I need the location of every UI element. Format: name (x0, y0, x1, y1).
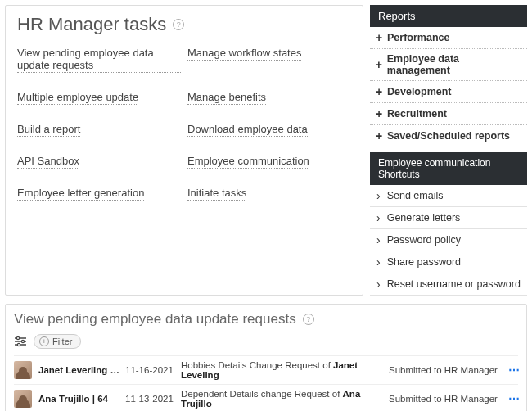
report-label: Performance (387, 32, 449, 43)
report-label: Employee data management (387, 53, 522, 76)
shortcut-label: Generate letters (387, 212, 461, 224)
expand-icon: + (375, 31, 383, 44)
expand-icon: + (375, 129, 383, 142)
chevron-right-icon: › (376, 234, 381, 246)
settings-icon[interactable] (14, 336, 27, 347)
request-row[interactable]: Ana Trujillo | 64 11-13-2021 Dependent D… (14, 384, 518, 411)
chevron-right-icon: › (376, 256, 381, 268)
chevron-right-icon: › (376, 190, 381, 201)
shortcut-reset-credentials[interactable]: › Reset username or password (370, 273, 527, 296)
employee-name-id: Ana Trujillo | 64 (38, 394, 120, 404)
request-description: Hobbies Details Change Request of Janet … (181, 360, 384, 380)
avatar (14, 390, 32, 408)
expand-icon: + (375, 85, 383, 98)
report-item-recruitment[interactable]: + Recruitment (370, 103, 527, 125)
task-link[interactable]: Manage benefits (187, 91, 266, 105)
task-link[interactable]: Manage workflow states (187, 47, 301, 61)
report-item-saved[interactable]: + Saved/Scheduled reports (370, 125, 527, 147)
request-date: 11-16-2021 (125, 365, 176, 375)
task-link[interactable]: Employee communication (187, 155, 309, 169)
expand-icon: + (375, 107, 383, 120)
request-description: Dependent Details change Request of Ana … (181, 389, 384, 409)
requests-title: View pending employee data update reques… (14, 311, 296, 327)
shortcut-label: Send emails (387, 190, 444, 201)
svg-point-4 (21, 340, 24, 342)
shortcut-password-policy[interactable]: › Password policy (370, 229, 527, 251)
task-link[interactable]: API Sandbox (17, 155, 79, 169)
reports-header: Reports (370, 5, 527, 27)
shortcut-share-password[interactable]: › Share password (370, 251, 527, 273)
plus-icon: + (39, 336, 49, 346)
row-menu-icon[interactable]: ⋯ (508, 392, 518, 405)
requests-panel: View pending employee data update reques… (5, 304, 527, 411)
filter-label: Filter (52, 336, 72, 346)
tasks-title: HR Manager tasks (17, 14, 166, 35)
task-link[interactable]: Initiate tasks (187, 187, 246, 201)
filter-button[interactable]: + Filter (34, 334, 81, 349)
task-link[interactable]: Download employee data (187, 123, 308, 137)
report-label: Recruitment (387, 108, 447, 120)
report-item-emp-data[interactable]: + Employee data management (370, 49, 527, 81)
task-link[interactable]: Multiple employee update (17, 91, 138, 105)
request-date: 11-13-2021 (125, 394, 176, 404)
tasks-panel: HR Manager tasks ? View pending employee… (5, 5, 363, 296)
expand-icon: + (375, 58, 383, 71)
shortcut-label: Password policy (387, 234, 461, 246)
svg-point-3 (16, 336, 19, 339)
shortcut-generate-letters[interactable]: › Generate letters (370, 207, 527, 229)
shortcut-label: Reset username or password (387, 278, 521, 290)
shortcuts-header: Employee communication Shortcuts (370, 152, 527, 185)
help-icon[interactable]: ? (303, 314, 314, 325)
chevron-right-icon: › (376, 278, 381, 290)
report-item-development[interactable]: + Development (370, 81, 527, 103)
task-link[interactable]: View pending employee data update reques… (17, 47, 181, 73)
shortcut-label: Share password (387, 256, 461, 268)
employee-name-id: Janet Leverling | 56 (38, 365, 120, 375)
avatar (14, 361, 32, 379)
svg-point-5 (17, 343, 20, 346)
report-label: Development (387, 86, 452, 97)
report-label: Saved/Scheduled reports (387, 130, 510, 142)
row-menu-icon[interactable]: ⋯ (508, 364, 518, 377)
task-link[interactable]: Employee letter generation (17, 187, 144, 201)
task-link[interactable]: Build a report (17, 123, 80, 137)
help-icon[interactable]: ? (173, 19, 184, 30)
request-status: Submitted to HR Manager (389, 365, 503, 375)
request-row[interactable]: Janet Leverling | 56 11-16-2021 Hobbies … (14, 355, 518, 384)
request-status: Submitted to HR Manager (389, 394, 503, 404)
report-item-performance[interactable]: + Performance (370, 27, 527, 49)
chevron-right-icon: › (376, 212, 381, 224)
shortcut-send-emails[interactable]: › Send emails (370, 185, 527, 207)
